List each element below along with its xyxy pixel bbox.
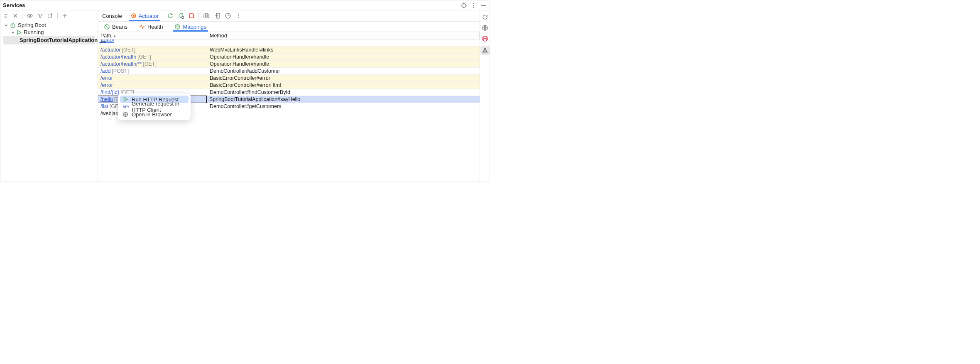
column-header-method[interactable]: Method: [207, 32, 480, 39]
tree-group-label: Running: [24, 29, 44, 35]
refresh-icon[interactable]: [482, 14, 488, 20]
svg-rect-9: [189, 14, 194, 18]
more-icon[interactable]: [235, 13, 241, 19]
svg-rect-21: [484, 49, 486, 50]
table-row[interactable]: /actuator/health[GET]OperationHandler#ha…: [98, 54, 480, 61]
diagram-icon[interactable]: [480, 46, 490, 55]
chevron-down-icon: [10, 30, 15, 35]
rerun-icon[interactable]: [167, 12, 174, 19]
globe-icon: [174, 24, 181, 30]
tree-root-spring-boot[interactable]: Spring Boot: [0, 22, 98, 29]
more-icon[interactable]: [470, 2, 477, 9]
mapping-verb: [GET]: [143, 61, 157, 67]
globe-icon: [122, 111, 128, 117]
expand-collapse-icon[interactable]: [3, 13, 9, 19]
mapping-path[interactable]: /list: [100, 103, 108, 109]
column-header-path[interactable]: Path▲: [98, 32, 207, 39]
chevron-down-icon: [4, 23, 9, 28]
services-tree: Spring Boot Running SpringBootTutorialAp…: [0, 21, 98, 44]
tree-app-item[interactable]: SpringBootTutorialApplication :8080/: [3, 36, 95, 44]
table-header: Path▲ Method: [98, 32, 480, 39]
table-row[interactable]: /add[POST]DemoController#addCustomer: [98, 68, 480, 75]
svg-point-11: [206, 15, 208, 17]
svg-point-15: [238, 15, 239, 16]
svg-point-14: [238, 14, 239, 15]
mapping-path[interactable]: /find/{id}: [100, 89, 119, 95]
globe-icon[interactable]: [482, 25, 488, 31]
svg-point-8: [182, 17, 184, 19]
panel-title: Services: [3, 2, 25, 8]
stop-icon[interactable]: [189, 13, 194, 19]
eye-icon[interactable]: [27, 13, 33, 19]
tab-mappings[interactable]: Mappings: [173, 22, 208, 32]
actuator-tabs: Beans Health Mappings: [98, 22, 480, 32]
mapping-path[interactable]: /actuator/health/**: [100, 61, 142, 67]
tree-toolbar: [0, 10, 98, 21]
svg-point-1: [473, 2, 474, 3]
mapping-path[interactable]: /add: [100, 68, 110, 74]
panel-title-bar: Services: [0, 0, 490, 10]
mapping-path: /**: [100, 40, 106, 46]
mapping-method: DemoController#getCustomers: [210, 103, 281, 109]
filter-icon[interactable]: [37, 13, 43, 19]
mapping-verb: [GET]: [137, 54, 151, 60]
mapping-method: DemoController#addCustomer: [210, 68, 280, 74]
tab-console[interactable]: Console: [100, 10, 124, 21]
exit-icon[interactable]: [214, 12, 220, 19]
ctx-generate-http-client[interactable]: API Generate request in HTTP Client: [120, 103, 189, 111]
spring-boot-icon: [10, 22, 16, 29]
camera-icon[interactable]: [203, 12, 210, 19]
mapping-method: DemoController#findCustomerById: [210, 89, 290, 95]
context-menu: Run HTTP Request API Generate request in…: [118, 93, 191, 120]
mapping-method: OperationHandler#handle: [210, 54, 269, 60]
rerun-settings-icon[interactable]: [178, 12, 184, 19]
mapping-method: OperationHandler#handle: [210, 61, 269, 67]
tree-group-running[interactable]: Running: [0, 29, 98, 36]
minimize-icon[interactable]: [480, 2, 487, 9]
svg-point-3: [473, 7, 474, 7]
mapping-path[interactable]: /actuator/health: [100, 54, 136, 60]
prohibit-icon: [104, 24, 110, 30]
tab-health[interactable]: Health: [137, 22, 165, 32]
play-icon: [122, 96, 128, 102]
svg-rect-23: [485, 52, 487, 53]
mapping-path[interactable]: /hello: [100, 96, 113, 102]
services-tree-panel: Spring Boot Running SpringBootTutorialAp…: [0, 10, 98, 182]
add-icon[interactable]: [62, 13, 68, 19]
mapping-method: SpringBootTutorialApplication#sayHello: [209, 96, 300, 102]
mapping-method: BasicErrorController#errorHtml: [210, 82, 281, 88]
svg-rect-22: [483, 52, 484, 53]
mapping-verb: [POST]: [112, 68, 129, 74]
svg-rect-10: [204, 14, 209, 18]
maven-icon[interactable]: [482, 35, 488, 42]
new-window-icon[interactable]: [47, 13, 53, 19]
table-row[interactable]: /**: [98, 39, 480, 47]
svg-point-0: [462, 3, 466, 7]
pulse-icon: [139, 24, 145, 30]
mapping-path[interactable]: /error: [100, 75, 113, 81]
tree-root-label: Spring Boot: [18, 22, 46, 28]
sort-asc-icon: ▲: [113, 34, 117, 38]
tree-app-label: SpringBootTutorialApplication: [20, 37, 98, 43]
tab-actuator[interactable]: Actuator: [129, 10, 160, 21]
mapping-path[interactable]: /error: [100, 82, 113, 88]
svg-point-4: [29, 15, 31, 17]
main-tabs: Console Actuator: [98, 10, 480, 22]
svg-point-20: [483, 36, 488, 41]
mapping-method: WebMvcLinksHandler#links: [210, 47, 273, 53]
api-icon: API: [122, 104, 128, 110]
mapping-path[interactable]: /actuator: [100, 47, 121, 53]
table-row[interactable]: /actuator/health/**[GET]OperationHandler…: [98, 61, 480, 68]
svg-point-7: [133, 15, 134, 17]
mapping-method: BasicErrorController#error: [210, 75, 270, 81]
right-tool-strip: [480, 10, 490, 182]
gauge-icon[interactable]: [225, 12, 231, 19]
mapping-verb: [GET]: [122, 47, 136, 53]
target-icon[interactable]: [461, 2, 467, 9]
table-row[interactable]: /actuator[GET]WebMvcLinksHandler#links: [98, 47, 480, 54]
tab-beans[interactable]: Beans: [102, 22, 129, 32]
table-row[interactable]: /errorBasicErrorController#error: [98, 75, 480, 82]
actuator-icon: [130, 12, 137, 19]
table-row[interactable]: /errorBasicErrorController#errorHtml: [98, 82, 480, 89]
close-icon[interactable]: [13, 13, 18, 18]
